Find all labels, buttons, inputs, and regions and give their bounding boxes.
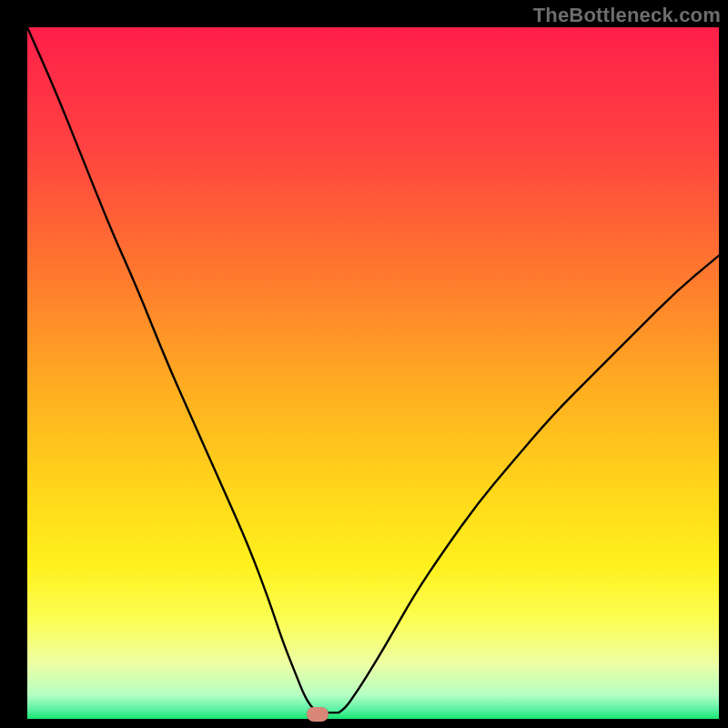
chart-frame: TheBottleneck.com (0, 0, 728, 728)
gradient-background (27, 27, 719, 719)
plot-svg (27, 27, 719, 719)
optimal-marker (307, 707, 329, 722)
plot-area (27, 27, 719, 719)
watermark: TheBottleneck.com (533, 4, 721, 27)
